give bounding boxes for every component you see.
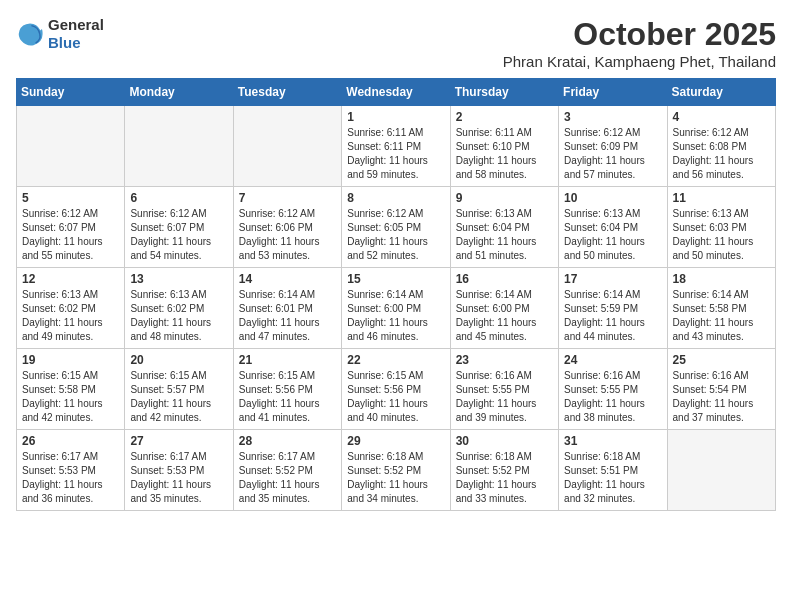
calendar-header-row: Sunday Monday Tuesday Wednesday Thursday… <box>17 79 776 106</box>
day-number: 8 <box>347 191 444 205</box>
calendar-cell: 30Sunrise: 6:18 AM Sunset: 5:52 PM Dayli… <box>450 430 558 511</box>
day-number: 24 <box>564 353 661 367</box>
day-number: 25 <box>673 353 770 367</box>
calendar-cell: 3Sunrise: 6:12 AM Sunset: 6:09 PM Daylig… <box>559 106 667 187</box>
calendar-cell: 27Sunrise: 6:17 AM Sunset: 5:53 PM Dayli… <box>125 430 233 511</box>
calendar-row-1: 1Sunrise: 6:11 AM Sunset: 6:11 PM Daylig… <box>17 106 776 187</box>
day-number: 11 <box>673 191 770 205</box>
day-info: Sunrise: 6:18 AM Sunset: 5:51 PM Dayligh… <box>564 450 661 506</box>
calendar-cell: 6Sunrise: 6:12 AM Sunset: 6:07 PM Daylig… <box>125 187 233 268</box>
calendar-cell: 25Sunrise: 6:16 AM Sunset: 5:54 PM Dayli… <box>667 349 775 430</box>
day-number: 12 <box>22 272 119 286</box>
day-info: Sunrise: 6:18 AM Sunset: 5:52 PM Dayligh… <box>347 450 444 506</box>
calendar-cell: 5Sunrise: 6:12 AM Sunset: 6:07 PM Daylig… <box>17 187 125 268</box>
day-number: 15 <box>347 272 444 286</box>
calendar-cell: 29Sunrise: 6:18 AM Sunset: 5:52 PM Dayli… <box>342 430 450 511</box>
calendar-cell: 14Sunrise: 6:14 AM Sunset: 6:01 PM Dayli… <box>233 268 341 349</box>
day-info: Sunrise: 6:12 AM Sunset: 6:08 PM Dayligh… <box>673 126 770 182</box>
calendar-cell: 26Sunrise: 6:17 AM Sunset: 5:53 PM Dayli… <box>17 430 125 511</box>
day-info: Sunrise: 6:11 AM Sunset: 6:11 PM Dayligh… <box>347 126 444 182</box>
day-number: 7 <box>239 191 336 205</box>
day-info: Sunrise: 6:15 AM Sunset: 5:56 PM Dayligh… <box>347 369 444 425</box>
logo-general: General <box>48 16 104 33</box>
day-info: Sunrise: 6:14 AM Sunset: 5:59 PM Dayligh… <box>564 288 661 344</box>
day-number: 16 <box>456 272 553 286</box>
day-info: Sunrise: 6:17 AM Sunset: 5:52 PM Dayligh… <box>239 450 336 506</box>
calendar-table: Sunday Monday Tuesday Wednesday Thursday… <box>16 78 776 511</box>
day-number: 5 <box>22 191 119 205</box>
calendar-cell: 31Sunrise: 6:18 AM Sunset: 5:51 PM Dayli… <box>559 430 667 511</box>
day-info: Sunrise: 6:13 AM Sunset: 6:04 PM Dayligh… <box>564 207 661 263</box>
calendar-cell: 2Sunrise: 6:11 AM Sunset: 6:10 PM Daylig… <box>450 106 558 187</box>
calendar-cell: 28Sunrise: 6:17 AM Sunset: 5:52 PM Dayli… <box>233 430 341 511</box>
day-number: 13 <box>130 272 227 286</box>
col-friday: Friday <box>559 79 667 106</box>
day-info: Sunrise: 6:12 AM Sunset: 6:07 PM Dayligh… <box>130 207 227 263</box>
calendar-cell: 11Sunrise: 6:13 AM Sunset: 6:03 PM Dayli… <box>667 187 775 268</box>
day-number: 18 <box>673 272 770 286</box>
calendar-cell: 15Sunrise: 6:14 AM Sunset: 6:00 PM Dayli… <box>342 268 450 349</box>
calendar-cell: 9Sunrise: 6:13 AM Sunset: 6:04 PM Daylig… <box>450 187 558 268</box>
day-info: Sunrise: 6:16 AM Sunset: 5:54 PM Dayligh… <box>673 369 770 425</box>
page-header: General Blue October 2025 Phran Kratai, … <box>16 16 776 70</box>
day-info: Sunrise: 6:14 AM Sunset: 6:01 PM Dayligh… <box>239 288 336 344</box>
calendar-cell <box>667 430 775 511</box>
day-number: 17 <box>564 272 661 286</box>
day-info: Sunrise: 6:12 AM Sunset: 6:05 PM Dayligh… <box>347 207 444 263</box>
day-info: Sunrise: 6:14 AM Sunset: 5:58 PM Dayligh… <box>673 288 770 344</box>
day-info: Sunrise: 6:17 AM Sunset: 5:53 PM Dayligh… <box>130 450 227 506</box>
calendar-cell <box>125 106 233 187</box>
day-info: Sunrise: 6:18 AM Sunset: 5:52 PM Dayligh… <box>456 450 553 506</box>
calendar-row-3: 12Sunrise: 6:13 AM Sunset: 6:02 PM Dayli… <box>17 268 776 349</box>
calendar-cell: 21Sunrise: 6:15 AM Sunset: 5:56 PM Dayli… <box>233 349 341 430</box>
logo: General Blue <box>16 16 104 52</box>
calendar-row-2: 5Sunrise: 6:12 AM Sunset: 6:07 PM Daylig… <box>17 187 776 268</box>
col-wednesday: Wednesday <box>342 79 450 106</box>
day-info: Sunrise: 6:14 AM Sunset: 6:00 PM Dayligh… <box>347 288 444 344</box>
day-info: Sunrise: 6:11 AM Sunset: 6:10 PM Dayligh… <box>456 126 553 182</box>
calendar-cell: 7Sunrise: 6:12 AM Sunset: 6:06 PM Daylig… <box>233 187 341 268</box>
day-number: 14 <box>239 272 336 286</box>
calendar-cell: 19Sunrise: 6:15 AM Sunset: 5:58 PM Dayli… <box>17 349 125 430</box>
day-number: 27 <box>130 434 227 448</box>
day-number: 29 <box>347 434 444 448</box>
day-info: Sunrise: 6:12 AM Sunset: 6:07 PM Dayligh… <box>22 207 119 263</box>
calendar-cell <box>17 106 125 187</box>
day-info: Sunrise: 6:12 AM Sunset: 6:06 PM Dayligh… <box>239 207 336 263</box>
day-info: Sunrise: 6:12 AM Sunset: 6:09 PM Dayligh… <box>564 126 661 182</box>
title-area: October 2025 Phran Kratai, Kamphaeng Phe… <box>503 16 776 70</box>
day-number: 26 <box>22 434 119 448</box>
day-number: 19 <box>22 353 119 367</box>
calendar-cell: 24Sunrise: 6:16 AM Sunset: 5:55 PM Dayli… <box>559 349 667 430</box>
day-number: 6 <box>130 191 227 205</box>
calendar-row-4: 19Sunrise: 6:15 AM Sunset: 5:58 PM Dayli… <box>17 349 776 430</box>
day-info: Sunrise: 6:13 AM Sunset: 6:02 PM Dayligh… <box>130 288 227 344</box>
col-sunday: Sunday <box>17 79 125 106</box>
col-thursday: Thursday <box>450 79 558 106</box>
calendar-cell: 23Sunrise: 6:16 AM Sunset: 5:55 PM Dayli… <box>450 349 558 430</box>
logo-blue: Blue <box>48 34 81 51</box>
calendar-cell: 12Sunrise: 6:13 AM Sunset: 6:02 PM Dayli… <box>17 268 125 349</box>
calendar-cell <box>233 106 341 187</box>
col-monday: Monday <box>125 79 233 106</box>
calendar-cell: 8Sunrise: 6:12 AM Sunset: 6:05 PM Daylig… <box>342 187 450 268</box>
calendar-cell: 17Sunrise: 6:14 AM Sunset: 5:59 PM Dayli… <box>559 268 667 349</box>
day-number: 31 <box>564 434 661 448</box>
calendar-cell: 18Sunrise: 6:14 AM Sunset: 5:58 PM Dayli… <box>667 268 775 349</box>
day-number: 23 <box>456 353 553 367</box>
calendar-row-5: 26Sunrise: 6:17 AM Sunset: 5:53 PM Dayli… <box>17 430 776 511</box>
calendar-cell: 13Sunrise: 6:13 AM Sunset: 6:02 PM Dayli… <box>125 268 233 349</box>
day-number: 9 <box>456 191 553 205</box>
col-tuesday: Tuesday <box>233 79 341 106</box>
day-info: Sunrise: 6:13 AM Sunset: 6:04 PM Dayligh… <box>456 207 553 263</box>
day-number: 10 <box>564 191 661 205</box>
day-info: Sunrise: 6:16 AM Sunset: 5:55 PM Dayligh… <box>564 369 661 425</box>
logo-text: General Blue <box>48 16 104 52</box>
day-number: 30 <box>456 434 553 448</box>
day-info: Sunrise: 6:13 AM Sunset: 6:03 PM Dayligh… <box>673 207 770 263</box>
main-title: October 2025 <box>503 16 776 53</box>
day-info: Sunrise: 6:13 AM Sunset: 6:02 PM Dayligh… <box>22 288 119 344</box>
day-info: Sunrise: 6:15 AM Sunset: 5:57 PM Dayligh… <box>130 369 227 425</box>
calendar-cell: 20Sunrise: 6:15 AM Sunset: 5:57 PM Dayli… <box>125 349 233 430</box>
day-number: 2 <box>456 110 553 124</box>
